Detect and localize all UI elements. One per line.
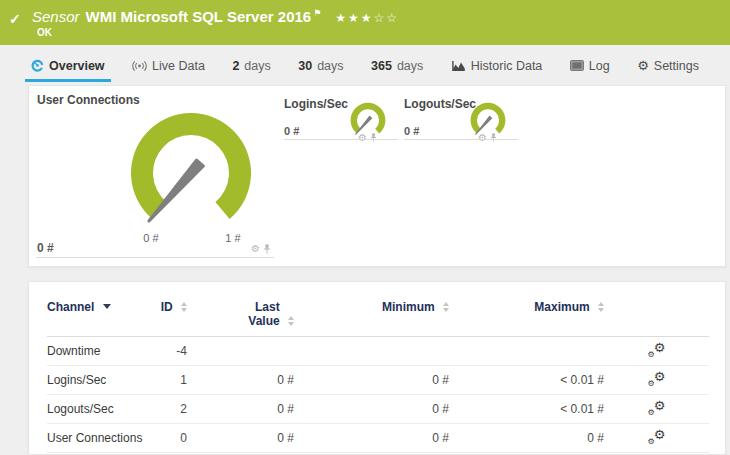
sensor-kind-label: Sensor [32, 8, 80, 25]
gauge-scale-max: 1 # [215, 232, 251, 244]
channel-id: 2 [147, 395, 187, 424]
channel-name[interactable]: Logouts/Sec [47, 395, 147, 424]
gauge-settings-icon[interactable]: ⚙ [478, 132, 487, 143]
maximum-value: < 0.01 # [449, 366, 604, 395]
column-header-last-value[interactable]: Last Value [187, 282, 294, 337]
main-gauge-value: 0 # [37, 241, 54, 255]
maximum-value: < 0.01 # [449, 395, 604, 424]
sensor-title: WMI Microsoft SQL Server 2016 [86, 8, 312, 25]
column-header-maximum[interactable]: Maximum [449, 282, 604, 337]
priority-flag-icon[interactable]: ⚑ [313, 8, 321, 18]
column-label: ID [161, 300, 173, 314]
table-row: Logins/Sec 1 0 # 0 # < 0.01 # ⚙⚙ [47, 366, 709, 395]
gear-icon: ⚙ [637, 58, 649, 73]
gauge-title: Logouts/Sec [404, 97, 476, 111]
logins-gauge-tile: Logins/Sec 0 # ⚙ [284, 94, 398, 154]
tab-unit: days [397, 59, 423, 73]
tab-live-data[interactable]: Live Data [126, 52, 211, 82]
tab-bar: Overview Live Data 2 days 30 days 365 da… [0, 52, 730, 82]
tab-log[interactable]: Log [564, 52, 616, 82]
gauge-settings-icon[interactable]: ⚙ [358, 132, 367, 143]
channel-id: -4 [147, 337, 187, 366]
table-row: User Connections 0 0 # 0 # 0 # ⚙⚙ [47, 424, 709, 453]
tab-label: Live Data [152, 59, 205, 73]
divider [284, 139, 398, 140]
logouts-gauge [470, 102, 506, 135]
pin-icon[interactable] [263, 244, 271, 254]
gauges-panel: User Connections 0 # 1 # 0 # ⚙ Logins/Se… [28, 85, 726, 267]
logins-gauge [350, 102, 386, 135]
channel-name[interactable]: Downtime [47, 337, 147, 366]
channels-table-panel: Channel ID Last Value Minimum Maximum [28, 281, 726, 455]
pin-icon[interactable] [490, 133, 497, 142]
tab-label: Historic Data [471, 59, 543, 73]
channel-name[interactable]: Logins/Sec [47, 366, 147, 395]
channel-id: 0 [147, 424, 187, 453]
tab-label: Log [589, 59, 610, 73]
gauge-title: Logins/Sec [284, 97, 348, 111]
sort-icon [181, 302, 187, 312]
sort-desc-icon [103, 304, 111, 309]
gauge-settings-icon[interactable]: ⚙ [251, 243, 260, 254]
tab-number: 30 [298, 59, 312, 73]
channel-settings-icon[interactable]: ⚙⚙ [648, 429, 666, 445]
channel-settings-icon[interactable]: ⚙⚙ [648, 371, 666, 387]
last-value: 0 # [187, 424, 294, 453]
column-header-settings [604, 282, 709, 337]
tab-unit: days [244, 59, 270, 73]
gauge-scale-min: 0 # [133, 232, 169, 244]
status-check-icon: ✓ [9, 11, 21, 27]
column-label: Channel [47, 300, 94, 314]
minimum-value: 0 # [294, 395, 449, 424]
tab-settings[interactable]: ⚙ Settings [631, 52, 705, 82]
tab-number: 2 [232, 59, 239, 73]
logouts-gauge-tile: Logouts/Sec 0 # ⚙ [404, 94, 518, 154]
sort-icon [598, 302, 604, 312]
tab-2-days[interactable]: 2 days [226, 52, 276, 82]
minimum-value: 0 # [294, 366, 449, 395]
tab-number: 365 [371, 59, 392, 73]
tab-unit: days [317, 59, 343, 73]
last-value [187, 337, 294, 366]
log-icon [570, 60, 584, 71]
channel-name[interactable]: User Connections [47, 424, 147, 453]
sensor-status-badge: OK [37, 27, 52, 38]
sort-icon [288, 316, 294, 326]
column-header-minimum[interactable]: Minimum [294, 282, 449, 337]
channel-id: 1 [147, 366, 187, 395]
table-row: Logouts/Sec 2 0 # 0 # < 0.01 # ⚙⚙ [47, 395, 709, 424]
gauge-value: 0 # [284, 125, 299, 137]
priority-stars[interactable]: ★★★☆☆ [335, 11, 399, 25]
tab-overview[interactable]: Overview [25, 52, 111, 82]
tab-label: Overview [49, 59, 105, 73]
maximum-value [449, 337, 604, 366]
divider [404, 139, 518, 140]
user-connections-gauge [129, 111, 253, 223]
gauge-icon [31, 59, 44, 72]
live-data-icon [132, 60, 147, 72]
table-row: Downtime -4 ⚙⚙ [47, 337, 709, 366]
tab-365-days[interactable]: 365 days [365, 52, 429, 82]
column-header-id[interactable]: ID [147, 282, 187, 337]
tab-30-days[interactable]: 30 days [292, 52, 349, 82]
pin-icon[interactable] [370, 133, 377, 142]
last-value: 0 # [187, 366, 294, 395]
channel-settings-icon[interactable]: ⚙⚙ [648, 400, 666, 416]
gauge-value: 0 # [404, 125, 419, 137]
divider [36, 257, 274, 258]
column-label: Minimum [382, 300, 435, 314]
sensor-header: ✓ SensorWMI Microsoft SQL Server 2016⚑★★… [0, 0, 730, 45]
channels-table: Channel ID Last Value Minimum Maximum [47, 282, 709, 453]
main-gauge-title: User Connections [37, 93, 140, 107]
tab-historic-data[interactable]: Historic Data [445, 52, 549, 82]
last-value: 0 # [187, 395, 294, 424]
sort-icon [443, 302, 449, 312]
column-label: Maximum [534, 300, 589, 314]
minimum-value: 0 # [294, 424, 449, 453]
minimum-value [294, 337, 449, 366]
column-header-channel[interactable]: Channel [47, 282, 147, 337]
historic-chart-icon [451, 59, 466, 72]
channel-settings-icon[interactable]: ⚙⚙ [648, 342, 666, 358]
column-label: Last Value [234, 300, 280, 328]
tab-label: Settings [654, 59, 699, 73]
